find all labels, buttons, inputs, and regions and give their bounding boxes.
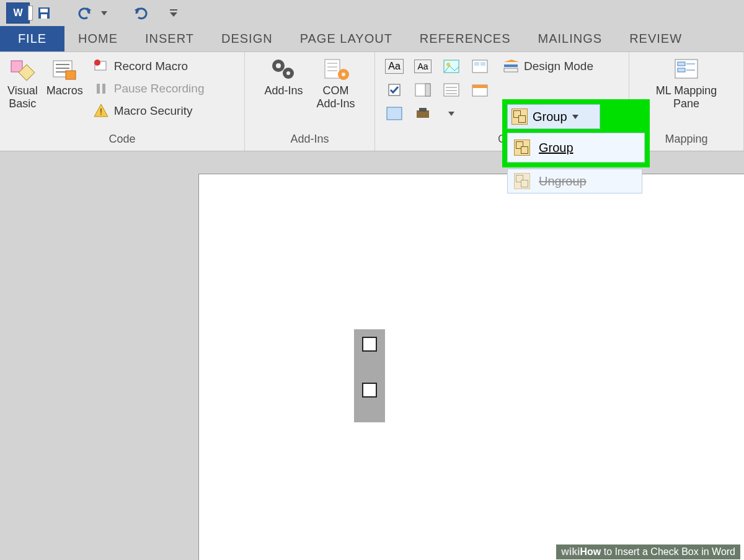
word-app-icon: W: [6, 2, 30, 24]
visual-basic-label: Visual Basic: [7, 84, 38, 110]
group-menu-item-ungroup: Ungroup: [507, 169, 642, 193]
tab-file[interactable]: FILE: [0, 26, 64, 51]
svg-rect-6: [170, 9, 177, 11]
legacy-tools-icon[interactable]: [410, 103, 436, 124]
repeat-icon[interactable]: [131, 4, 150, 22]
caption-how: How: [580, 546, 601, 557]
group-code-label: Code: [6, 130, 238, 149]
macros-button[interactable]: Macros: [45, 56, 84, 97]
undo-dropdown-icon[interactable]: [99, 4, 109, 22]
undo-icon[interactable]: [76, 4, 94, 22]
design-mode-label: Design Mode: [524, 60, 593, 73]
design-mode-icon: [503, 60, 519, 73]
svg-rect-18: [102, 84, 105, 94]
checkbox-control[interactable]: [362, 337, 377, 352]
svg-rect-44: [472, 85, 487, 88]
document-page[interactable]: [198, 174, 744, 560]
svg-point-16: [94, 60, 100, 66]
group-code: Visual Basic Macros Record Macro: [0, 52, 245, 151]
svg-marker-48: [448, 112, 454, 116]
svg-rect-17: [97, 84, 100, 94]
combo-box-control-icon[interactable]: [410, 79, 436, 100]
macros-label: Macros: [46, 84, 83, 97]
record-macro-label: Record Macro: [114, 60, 188, 73]
svg-rect-34: [474, 62, 479, 66]
group-mapping-label: Mapping: [636, 130, 737, 149]
svg-rect-39: [444, 84, 459, 96]
group-addins-label: Add-Ins: [251, 130, 368, 149]
legacy-tools-dropdown-icon[interactable]: [438, 103, 464, 124]
group-icon: [512, 109, 528, 125]
pause-recording-label: Pause Recording: [114, 82, 205, 96]
svg-marker-50: [504, 60, 519, 62]
tab-insert[interactable]: INSERT: [131, 26, 208, 51]
xml-mapping-pane-button[interactable]: ML Mapping Pane: [655, 56, 718, 110]
svg-rect-2: [41, 14, 47, 19]
selected-checkboxes[interactable]: [354, 329, 385, 422]
visual-basic-button[interactable]: Visual Basic: [6, 56, 39, 110]
group-dropdown-highlight: Group Group: [502, 99, 650, 167]
svg-marker-7: [170, 12, 177, 17]
design-mode-button[interactable]: Design Mode: [503, 56, 593, 77]
tab-references[interactable]: REFERENCES: [406, 26, 525, 51]
customize-qat-icon[interactable]: [169, 4, 179, 22]
save-icon[interactable]: [35, 4, 53, 22]
tab-design[interactable]: DESIGN: [208, 26, 286, 51]
picture-control-icon[interactable]: [438, 56, 464, 77]
dropdown-list-control-icon[interactable]: [438, 79, 464, 100]
ribbon-tabs: FILE HOME INSERT DESIGN PAGE LAYOUT REFE…: [0, 26, 744, 52]
svg-point-30: [342, 73, 345, 76]
visual-basic-icon: [9, 57, 36, 82]
svg-rect-31: [444, 60, 459, 73]
svg-rect-47: [419, 108, 427, 112]
group-dropdown-label: Group: [533, 110, 567, 124]
quick-access-toolbar: W: [0, 0, 744, 26]
pause-icon: [93, 81, 109, 97]
svg-point-24: [286, 71, 290, 75]
tab-page-layout[interactable]: PAGE LAYOUT: [286, 26, 406, 51]
plain-text-control-icon[interactable]: Aa: [410, 56, 436, 77]
group-menu-item-label: Group: [539, 141, 574, 155]
caption-wiki: wiki: [561, 546, 580, 557]
svg-marker-57: [572, 115, 578, 119]
xml-mapping-icon: [671, 57, 701, 82]
svg-rect-54: [678, 68, 685, 72]
svg-rect-53: [678, 62, 685, 66]
repeating-section-control-icon[interactable]: [381, 103, 407, 124]
macro-security-label: Macro Security: [114, 104, 193, 118]
svg-rect-14: [66, 71, 76, 79]
ungroup-menu-item-label: Ungroup: [539, 174, 587, 189]
gears-icon: [270, 57, 297, 82]
svg-text:!: !: [100, 107, 102, 117]
caption-bar: wikiHow to Insert a Check Box in Word: [0, 544, 744, 560]
group-dropdown-button[interactable]: Group: [507, 104, 600, 129]
com-addins-label: COM Add-Ins: [317, 84, 355, 110]
macros-icon: [51, 57, 78, 82]
building-block-control-icon[interactable]: [467, 56, 493, 77]
svg-rect-38: [425, 84, 430, 96]
group-menu-item-group[interactable]: Group: [507, 133, 645, 162]
com-addins-button[interactable]: COM Add-Ins: [316, 56, 356, 110]
ungroup-icon: [514, 173, 530, 189]
chevron-down-icon: [572, 113, 578, 120]
svg-rect-51: [504, 68, 518, 72]
svg-rect-45: [387, 107, 402, 120]
svg-rect-35: [480, 62, 485, 66]
tab-mailings[interactable]: MAILINGS: [525, 26, 616, 51]
tab-review[interactable]: REVIEW: [616, 26, 696, 51]
checkbox-control[interactable]: [362, 383, 377, 398]
record-macro-button[interactable]: Record Macro: [93, 56, 205, 77]
rich-text-control-icon[interactable]: Aa: [381, 56, 407, 77]
record-macro-icon: [93, 58, 109, 74]
tab-home[interactable]: HOME: [64, 26, 131, 51]
addins-button[interactable]: Add-Ins: [263, 56, 304, 97]
group-addins: Add-Ins COM Add-Ins Add-Ins: [245, 52, 375, 151]
svg-rect-25: [325, 60, 340, 78]
com-addins-icon: [322, 57, 350, 82]
wikihow-caption: wikiHow to Insert a Check Box in Word: [556, 544, 740, 559]
date-picker-control-icon[interactable]: [467, 79, 493, 100]
controls-gallery: Aa Aa: [381, 56, 493, 124]
checkbox-control-icon[interactable]: [381, 79, 407, 100]
caption-rest: to Insert a Check Box in Word: [601, 546, 735, 557]
macro-security-button[interactable]: ! Macro Security: [93, 100, 205, 122]
